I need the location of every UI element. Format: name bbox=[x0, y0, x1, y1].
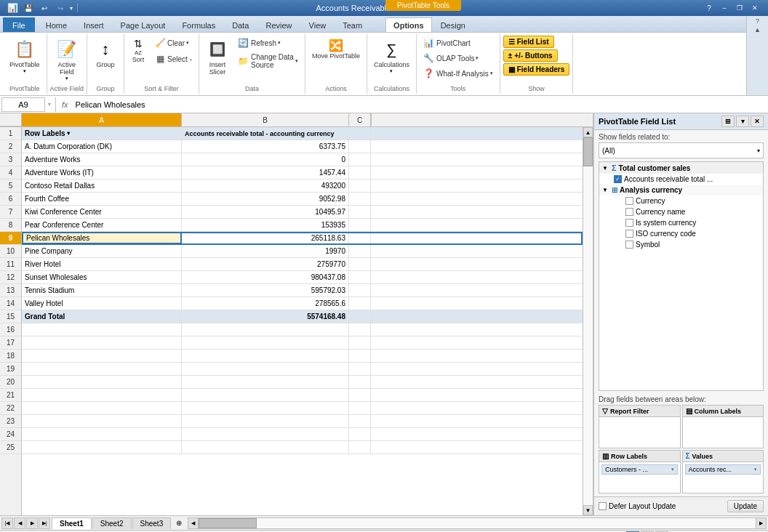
cell-a5[interactable]: Contoso Retail Dallas bbox=[22, 180, 182, 192]
save-button[interactable]: 💾 bbox=[22, 2, 35, 14]
cell-b25[interactable] bbox=[182, 441, 349, 454]
cell-c7[interactable] bbox=[349, 206, 371, 218]
tab-home[interactable]: Home bbox=[38, 17, 75, 32]
values-content[interactable]: Accounts rec... ▾ bbox=[683, 462, 764, 491]
cell-a24[interactable] bbox=[22, 428, 182, 440]
cell-c14[interactable] bbox=[349, 297, 371, 310]
field-list-button[interactable]: ☰ Field List bbox=[503, 36, 554, 48]
cell-a20[interactable] bbox=[22, 376, 182, 388]
cell-c25[interactable] bbox=[349, 441, 371, 454]
new-sheet-button[interactable]: ⊕ bbox=[172, 517, 186, 528]
cell-b10[interactable]: 19970 bbox=[182, 245, 349, 257]
cell-c13[interactable] bbox=[349, 284, 371, 297]
column-labels-content[interactable] bbox=[683, 417, 764, 446]
values-tag-arrow[interactable]: ▾ bbox=[754, 467, 757, 472]
cell-a2[interactable]: A. Datum Corporation (DK) bbox=[22, 140, 182, 153]
field-tree-item[interactable]: Currency name bbox=[599, 206, 763, 217]
row-labels-content[interactable]: Customers - ... ▾ bbox=[599, 462, 680, 491]
cell-a1[interactable]: Row Labels ▾ bbox=[22, 127, 182, 140]
clear-button[interactable]: 🧹 Clear ▾ bbox=[151, 36, 196, 50]
refresh-button[interactable]: 🔄 Refresh ▾ bbox=[234, 36, 302, 50]
cell-b22[interactable] bbox=[182, 402, 349, 414]
active-field-button[interactable]: 📝 ActiveField ▾ bbox=[52, 36, 82, 84]
cell-c11[interactable] bbox=[349, 258, 371, 270]
cell-c22[interactable] bbox=[349, 402, 371, 414]
tab-view[interactable]: View bbox=[301, 17, 335, 32]
undo-button[interactable]: ↩ bbox=[38, 2, 51, 14]
cell-b23[interactable] bbox=[182, 415, 349, 427]
cell-b16[interactable] bbox=[182, 323, 349, 336]
tag-arrow-icon[interactable]: ▾ bbox=[671, 467, 674, 472]
group-button[interactable]: ↕ Group bbox=[90, 36, 121, 70]
row-num-17[interactable]: 17 bbox=[0, 336, 21, 350]
help-button[interactable]: ? bbox=[702, 3, 716, 13]
cell-c6[interactable] bbox=[349, 193, 371, 205]
field-tree-item[interactable]: ISO currency code bbox=[599, 228, 763, 239]
cell-a8[interactable]: Pear Conference Center bbox=[22, 219, 182, 231]
col-header-b[interactable]: B bbox=[182, 113, 349, 126]
move-pivottable-button[interactable]: 🔀 Move PivotTable bbox=[308, 36, 364, 63]
olap-button[interactable]: 🔧 OLAP Tools ▾ bbox=[420, 51, 482, 65]
cell-a10[interactable]: Pine Company bbox=[22, 245, 182, 257]
field-tree-item[interactable]: ▼ ⊞ Analysis currency bbox=[599, 185, 763, 196]
cell-b17[interactable] bbox=[182, 336, 349, 349]
change-source-button[interactable]: 📁 Change DataSource ▾ bbox=[234, 52, 302, 70]
first-sheet-button[interactable]: |◀ bbox=[1, 517, 13, 529]
cell-c9[interactable] bbox=[349, 232, 371, 244]
scroll-track[interactable] bbox=[583, 137, 593, 505]
field-headers-button[interactable]: ▦ Field Headers bbox=[503, 63, 570, 76]
cell-b13[interactable]: 595792.03 bbox=[182, 284, 349, 297]
h-scroll-track[interactable] bbox=[199, 518, 756, 528]
row-num-4[interactable]: 4 bbox=[0, 166, 21, 180]
field-tree-item[interactable]: ▼ Σ Total customer sales bbox=[599, 162, 763, 174]
cell-b11[interactable]: 2759770 bbox=[182, 258, 349, 270]
cell-c2[interactable] bbox=[349, 140, 371, 153]
row-num-19[interactable]: 19 bbox=[0, 363, 21, 376]
row-num-23[interactable]: 23 bbox=[0, 415, 21, 428]
field-checkbox[interactable] bbox=[625, 208, 633, 216]
redo-button[interactable]: ↪ bbox=[54, 2, 67, 14]
collapse-ribbon-button[interactable]: ▲ bbox=[754, 26, 761, 33]
cell-b2[interactable]: 6373.75 bbox=[182, 140, 349, 153]
scroll-down-button[interactable]: ▼ bbox=[583, 505, 593, 515]
row-num-15[interactable]: 15 bbox=[0, 310, 21, 323]
prev-sheet-button[interactable]: ◀ bbox=[14, 517, 25, 529]
cell-c15[interactable] bbox=[349, 310, 371, 323]
sheet-tab-sheet3[interactable]: Sheet3 bbox=[132, 517, 172, 529]
tab-insert[interactable]: Insert bbox=[76, 17, 112, 32]
row-num-10[interactable]: 10 bbox=[0, 245, 21, 258]
cell-a7[interactable]: Kiwi Conference Center bbox=[22, 206, 182, 218]
field-checkbox[interactable] bbox=[625, 197, 633, 205]
cell-c24[interactable] bbox=[349, 428, 371, 440]
row-num-24[interactable]: 24 bbox=[0, 428, 21, 441]
cell-b18[interactable] bbox=[182, 350, 349, 362]
cell-a4[interactable]: Adventure Works (IT) bbox=[22, 166, 182, 179]
horizontal-scrollbar[interactable]: ◀ ▶ bbox=[188, 517, 767, 529]
report-filter-content[interactable] bbox=[599, 417, 680, 446]
field-tree[interactable]: ▼ Σ Total customer sales ✓ Accounts rece… bbox=[599, 161, 764, 391]
select-button[interactable]: ▦ Select - bbox=[151, 52, 196, 66]
fields-dropdown[interactable]: (All) ▾ bbox=[599, 142, 764, 158]
cell-ref-dropdown[interactable]: ▾ bbox=[47, 101, 52, 108]
cell-b3[interactable]: 0 bbox=[182, 153, 349, 166]
cell-a25[interactable] bbox=[22, 441, 182, 454]
row-num-13[interactable]: 13 bbox=[0, 284, 21, 297]
cell-b24[interactable] bbox=[182, 428, 349, 440]
row-num-5[interactable]: 5 bbox=[0, 180, 21, 193]
row-num-18[interactable]: 18 bbox=[0, 350, 21, 363]
quick-access-dropdown[interactable]: ▾ bbox=[70, 5, 73, 12]
h-scroll-right-button[interactable]: ▶ bbox=[756, 518, 766, 528]
row-num-20[interactable]: 20 bbox=[0, 376, 21, 389]
h-scroll-left-button[interactable]: ◀ bbox=[188, 518, 199, 528]
row-num-11[interactable]: 11 bbox=[0, 258, 21, 271]
cell-b14[interactable]: 278565.6 bbox=[182, 297, 349, 310]
formula-input[interactable] bbox=[73, 97, 767, 112]
cell-c23[interactable] bbox=[349, 415, 371, 427]
cell-b7[interactable]: 10495.97 bbox=[182, 206, 349, 218]
cell-b5[interactable]: 493200 bbox=[182, 180, 349, 192]
cell-b6[interactable]: 9052.98 bbox=[182, 193, 349, 205]
tab-file[interactable]: File bbox=[3, 17, 35, 32]
cell-c10[interactable] bbox=[349, 245, 371, 257]
values-tag[interactable]: Accounts rec... ▾ bbox=[685, 464, 761, 475]
cell-c19[interactable] bbox=[349, 363, 371, 375]
